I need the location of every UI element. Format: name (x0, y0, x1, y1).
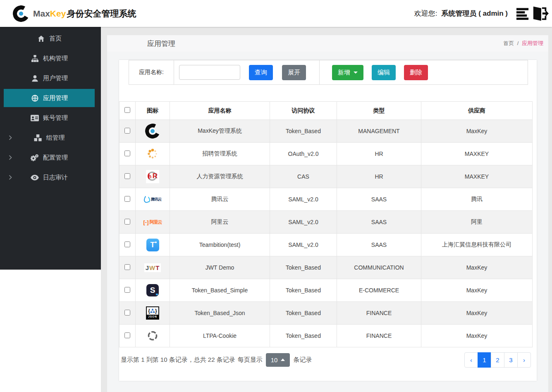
vendor-cell: MaxKey (421, 302, 533, 325)
vendor-cell: MaxKey (421, 256, 533, 279)
app-icon-cell: JWT (136, 256, 170, 279)
tencent-app-icon: 腾讯云 (144, 192, 162, 207)
sidebar-menu: 首页机构管理用户管理应用管理账号管理组管理配置管理日志审计 (0, 27, 101, 186)
protocol-cell: Token_Based (270, 302, 337, 325)
page-size-value: 10 (271, 356, 278, 363)
page-size-dropdown[interactable]: 10 (266, 353, 290, 367)
vendor-cell: MaxKey (421, 325, 533, 347)
row-checkbox[interactable] (124, 219, 130, 225)
app-name-cell: 人力资源管理系统 (170, 165, 270, 188)
row-checkbox-cell (119, 279, 136, 302)
protocol-cell: Token_Based (270, 256, 337, 279)
add-button[interactable]: 新增 (332, 65, 363, 80)
table-row[interactable]: JWTJWT DemoToken_BasedCOMMUNICATIONMaxKe… (119, 256, 533, 279)
sidebar-item-home[interactable]: 首页 (4, 29, 95, 48)
brand-text-key: Key (50, 9, 66, 18)
brand-logo[interactable]: MaxKey身份安全管理系统 (0, 5, 136, 22)
row-checkbox[interactable] (124, 196, 130, 202)
teambition-app-icon: T (145, 237, 160, 252)
vendor-cell: 腾讯 (421, 188, 533, 211)
app-icon-cell: S (136, 279, 170, 302)
welcome-label: 欢迎您: (414, 9, 437, 18)
protocol-cell: SAML_v2.0 (270, 188, 337, 211)
pagination-page-2[interactable]: 2 (491, 352, 504, 368)
row-checkbox-cell (119, 325, 136, 347)
query-button[interactable]: 查询 (249, 65, 273, 80)
page-title: 应用管理 (147, 39, 175, 48)
ltpa-app-icon (145, 328, 160, 343)
row-checkbox[interactable] (124, 310, 130, 316)
row-checkbox[interactable] (124, 264, 130, 270)
column-header-icon: 图标 (136, 102, 170, 120)
delete-button[interactable]: 删除 (404, 65, 428, 80)
app-name-cell: Teambition(test) (170, 234, 270, 256)
sidebar-item-audit[interactable]: 日志审计 (4, 168, 95, 186)
row-checkbox-cell (119, 234, 136, 256)
table-row[interactable]: 招聘管理系统OAuth_v2.0HRMAXKEY (119, 143, 533, 165)
breadcrumb: 首页 / 应用管理 (503, 40, 543, 47)
header-right: 欢迎您: 系统管理员 ( admin ) (414, 6, 552, 21)
row-checkbox-cell (119, 256, 136, 279)
row-checkbox[interactable] (124, 151, 130, 156)
sidebar-item-org[interactable]: 机构管理 (4, 49, 95, 67)
type-cell: FINANCE (337, 302, 421, 325)
jwt-app-icon: JWT (144, 260, 161, 275)
row-checkbox-cell (119, 188, 136, 211)
type-cell: SAAS (337, 234, 421, 256)
table-row[interactable]: hR人力资源管理系统CASHRMAXKEY (119, 165, 533, 188)
app-name-cell: Token_Based_Simple (170, 279, 270, 302)
pagination-summary: 显示第 1 到第 10 条记录，总共 22 条记录 每页显示 10 条记录 (121, 353, 312, 367)
vendor-cell: MAXKEY (421, 143, 533, 165)
applications-table: 图标 应用名称 访问协议 类型 供应商 MaxKey管理系统Token_Base… (119, 101, 533, 347)
logout-icon[interactable] (532, 6, 549, 21)
row-checkbox-cell (119, 120, 136, 143)
row-checkbox[interactable] (124, 287, 130, 293)
table-row[interactable]: {}JSONToken_Based_JsonToken_BasedFINANCE… (119, 302, 533, 325)
row-checkbox[interactable] (124, 332, 130, 338)
app-name-input[interactable] (179, 65, 240, 80)
sidebar-item-label: 机构管理 (43, 55, 68, 62)
edit-button[interactable]: 编辑 (372, 65, 396, 80)
pagination-page-3[interactable]: 3 (504, 352, 518, 368)
hr-app-icon: hR (145, 169, 160, 184)
column-header-vendor: 供应商 (421, 102, 533, 120)
table-row[interactable]: MaxKey管理系统Token_BasedMANAGEMENTMaxKey (119, 120, 533, 143)
pagination-prev[interactable]: ‹ (464, 352, 478, 368)
maxkey-app-icon (145, 124, 160, 139)
list-icon[interactable] (516, 7, 530, 20)
sidebar: 首页机构管理用户管理应用管理账号管理组管理配置管理日志审计 (0, 27, 101, 270)
json-app-icon: {}JSON (145, 306, 160, 320)
sidebar-item-config[interactable]: 配置管理 (4, 148, 95, 167)
sidebar-item-account[interactable]: 账号管理 (4, 109, 95, 127)
sidebar-item-group[interactable]: 组管理 (4, 129, 95, 147)
user-icon (31, 75, 39, 82)
page-header: 应用管理 首页 / 应用管理 (107, 35, 548, 52)
spinner-app-icon (145, 146, 160, 161)
sidebar-item-user[interactable]: 用户管理 (4, 69, 95, 87)
table-row[interactable]: TTeambition(test)SAML_v2.0SAAS上海汇翼信息科技有限… (119, 234, 533, 256)
sidebar-item-label: 用户管理 (43, 74, 68, 82)
table-row[interactable]: [-]阿里云阿里云SAML_v2.0SAAS阿里 (119, 211, 533, 234)
pagination-page-1[interactable]: 1 (478, 352, 491, 368)
protocol-cell: Token_Based (270, 279, 337, 302)
page-size-label: 每页显示 (238, 356, 263, 364)
records-summary: 显示第 1 到第 10 条记录，总共 22 条记录 (121, 356, 235, 364)
breadcrumb-home-link[interactable]: 首页 (503, 40, 514, 46)
table-row[interactable]: SToken_Based_SimpleToken_BasedE-COMMERCE… (119, 279, 533, 302)
sidebar-item-label: 日志审计 (43, 174, 68, 182)
row-checkbox[interactable] (124, 128, 130, 134)
table-row[interactable]: 腾讯云腾讯云SAML_v2.0SAAS腾讯 (119, 188, 533, 211)
pagination-next[interactable]: › (517, 352, 531, 368)
sidebar-item-app[interactable]: 应用管理 (4, 89, 95, 107)
type-cell: SAAS (337, 211, 421, 234)
sidebar-item-label: 首页 (49, 35, 62, 43)
app-icon-cell: T (136, 234, 170, 256)
app-icon-cell: 腾讯云 (136, 188, 170, 211)
current-user: 系统管理员 ( admin ) (441, 9, 508, 18)
protocol-cell: OAuth_v2.0 (270, 143, 337, 165)
select-all-checkbox[interactable] (124, 107, 130, 113)
table-row[interactable]: LTPA-CookieToken_BasedFINANCEMaxKey (119, 325, 533, 347)
row-checkbox[interactable] (124, 173, 130, 179)
row-checkbox[interactable] (124, 241, 130, 247)
expand-button[interactable]: 展开 (282, 65, 306, 80)
